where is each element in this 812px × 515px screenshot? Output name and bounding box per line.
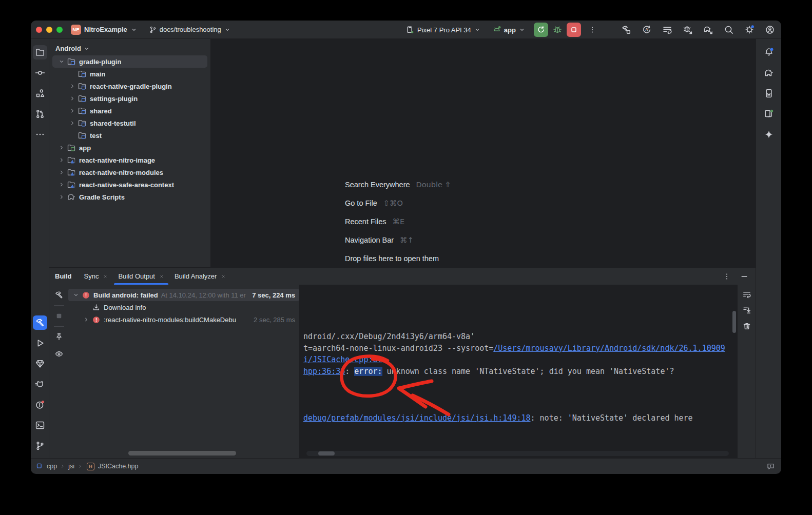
tool-button-structure[interactable] <box>33 86 47 101</box>
tool-button-commit[interactable] <box>33 66 47 80</box>
tool-button-logcat[interactable] <box>33 377 47 391</box>
apply-changes-icon[interactable]: A <box>642 25 652 35</box>
build-node-download-info[interactable]: Download info <box>68 301 299 313</box>
chevron-right-icon[interactable] <box>83 316 90 323</box>
chevron-right-icon[interactable] <box>58 144 65 151</box>
console-link[interactable]: hpp:36:36 <box>303 367 345 376</box>
tree-item-test[interactable]: test <box>52 129 207 142</box>
console-button-preview[interactable] <box>52 347 66 361</box>
hide-panel-button[interactable] <box>740 272 748 281</box>
tree-item-shared[interactable]: shared <box>52 105 207 117</box>
tree-item-shared-testutil[interactable]: shared-testutil <box>52 117 207 129</box>
breadcrumb-cpp[interactable]: cpp <box>47 463 57 470</box>
chevron-right-icon[interactable] <box>69 107 76 114</box>
console-button-scroll-to-end[interactable] <box>741 304 753 316</box>
project-selector[interactable]: NE NitroExample <box>71 25 138 35</box>
console-button-soft-wrap[interactable] <box>741 288 753 301</box>
chevron-down-icon[interactable] <box>58 58 65 65</box>
chevron-right-icon[interactable] <box>58 181 65 188</box>
breadcrumb-jsi[interactable]: jsi <box>68 463 74 470</box>
rerun-icon <box>536 25 546 34</box>
tool-button-notifications[interactable] <box>762 45 776 60</box>
settings-icon[interactable] <box>744 25 755 35</box>
branch-selector[interactable]: docs/troubleshooting <box>149 26 231 34</box>
close-icon[interactable] <box>159 274 164 279</box>
tool-button-gemini[interactable] <box>762 127 776 142</box>
debug-button[interactable] <box>552 25 563 35</box>
event-log-icon[interactable] <box>766 462 775 471</box>
tree-item-react-native-safe-area-context[interactable]: react-native-safe-area-context <box>52 179 207 191</box>
tool-button-gradle[interactable] <box>762 66 776 80</box>
profile-icon[interactable] <box>765 25 775 35</box>
build-panel-title: Build <box>55 272 72 280</box>
tool-button-running-devices[interactable] <box>762 86 776 101</box>
chevron-right-icon[interactable] <box>58 156 65 164</box>
build-icon[interactable] <box>621 25 631 35</box>
pull-requests-icon <box>35 109 45 119</box>
tool-button-app-insights[interactable] <box>33 356 47 371</box>
module-blue-icon <box>67 57 76 66</box>
console-button-pin[interactable] <box>52 330 66 344</box>
tool-button-more[interactable] <box>33 127 47 142</box>
console-button-rebuild[interactable] <box>52 288 66 302</box>
titlebar-right-icons: A <box>621 21 775 39</box>
apply-code-changes-icon[interactable] <box>662 25 672 35</box>
build-tree-hscrollbar[interactable] <box>128 451 236 455</box>
console-link[interactable]: i/JSICache.cpp:8: <box>303 355 382 364</box>
attach-debugger-icon[interactable] <box>683 25 693 35</box>
search-icon[interactable] <box>724 25 734 35</box>
tree-item-app[interactable]: app <box>52 142 207 154</box>
tool-button-build-tool[interactable] <box>33 315 47 330</box>
chevron-right-icon[interactable] <box>69 95 76 102</box>
tree-item-label: react-native-gradle-plugin <box>90 83 172 90</box>
build-node-build-android-failed[interactable]: Build android: failedAt 14.10.24, 12:00 … <box>68 289 299 301</box>
console-hscrollbar[interactable] <box>306 451 729 456</box>
console-button-clear[interactable] <box>741 320 753 332</box>
console-link[interactable]: /Users/mrousavy/Library/Android/sdk/ndk/… <box>493 344 725 353</box>
tree-item-gradle-plugin[interactable]: gradle-plugin <box>52 55 207 68</box>
breadcrumb-file[interactable]: JSICache.hpp <box>98 463 139 470</box>
close-icon[interactable] <box>103 274 108 279</box>
rerun-button[interactable] <box>534 23 548 37</box>
minimize-window-button[interactable] <box>46 27 52 33</box>
console-vscrollbar[interactable] <box>732 311 736 333</box>
tool-button-project[interactable] <box>33 45 47 60</box>
tree-item-react-native-nitro-image[interactable]: react-native-nitro-image <box>52 154 207 166</box>
tool-button-problems[interactable] <box>33 398 47 412</box>
console-button-stop-disabled[interactable] <box>52 309 66 323</box>
more-actions-button[interactable] <box>588 26 596 34</box>
console-link[interactable]: debug/prefab/modules/jsi/include/jsi/jsi… <box>303 413 531 423</box>
tab-build-output[interactable]: Build Output <box>113 268 169 285</box>
build-options-button[interactable] <box>723 272 731 281</box>
tool-button-run[interactable] <box>33 336 47 350</box>
tree-item-main[interactable]: main <box>52 68 207 80</box>
chevron-right-icon[interactable] <box>58 169 65 176</box>
tab-build-analyzer[interactable]: Build Analyzer <box>169 268 231 285</box>
stop-button[interactable] <box>567 23 581 37</box>
project-view-selector[interactable]: Android <box>49 39 210 55</box>
tree-item-gradle-scripts[interactable]: Gradle Scripts <box>52 191 207 203</box>
tree-item-react-native-gradle-plugin[interactable]: react-native-gradle-plugin <box>52 80 207 92</box>
chevron-down-icon[interactable] <box>72 291 80 299</box>
device-selector[interactable]: Pixel 7 Pro API 34 <box>405 25 481 34</box>
build-body: Build android: failedAt 14.10.24, 12:00 … <box>49 285 756 459</box>
chevron-right-icon[interactable] <box>69 120 76 127</box>
tool-button-pull-requests[interactable] <box>33 107 47 121</box>
build-node-react-native-nitro-modules-buildcmakedebu[interactable]: :react-native-nitro-modules:buildCMakeDe… <box>68 313 299 326</box>
chevron-right-icon[interactable] <box>58 193 65 201</box>
console-hscrollbar-thumb[interactable] <box>318 451 335 455</box>
tree-item-settings-plugin[interactable]: settings-plugin <box>52 92 207 105</box>
module-blue-icon <box>78 131 87 140</box>
gradle-sync-icon[interactable] <box>703 25 713 35</box>
zoom-window-button[interactable] <box>56 27 63 33</box>
tab-sync[interactable]: Sync <box>79 268 113 285</box>
tool-button-version-control[interactable] <box>33 439 47 453</box>
tree-item-react-native-nitro-modules[interactable]: react-native-nitro-modules <box>52 166 207 179</box>
run-config-selector[interactable]: app <box>492 25 526 34</box>
tool-button-device-manager[interactable] <box>762 107 776 121</box>
chevron-right-icon[interactable] <box>69 83 76 90</box>
build-header: Build SyncBuild OutputBuild Analyzer <box>49 268 756 285</box>
tool-button-terminal[interactable] <box>33 418 47 432</box>
close-icon[interactable] <box>221 274 226 279</box>
close-window-button[interactable] <box>36 27 42 33</box>
